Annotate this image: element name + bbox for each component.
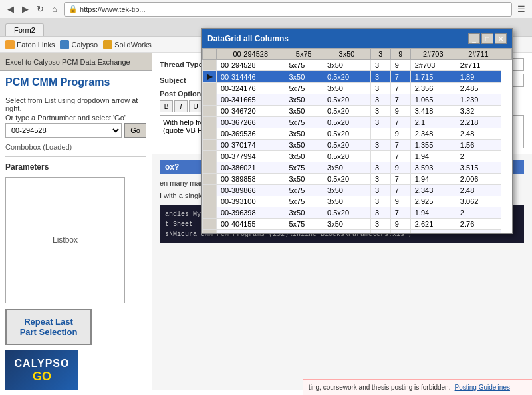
- table-cell: 3x50: [285, 207, 323, 219]
- browser-tab[interactable]: Form2: [5, 23, 44, 36]
- table-cell: 3x50: [285, 71, 323, 83]
- bookmark-solidworks[interactable]: SolidWorks: [103, 40, 151, 49]
- repeat-last-part-button[interactable]: Repeat LastPart Selection: [5, 309, 92, 345]
- calypso-go-text: GO: [33, 370, 51, 384]
- col-header-2703[interactable]: 2#703: [410, 49, 456, 60]
- browser-nav: ◀ ▶ ↻ ⌂ 🔒 https://www.tek-tip... ☰: [0, 0, 532, 19]
- row-arrow-cell: [203, 83, 217, 94]
- col-header-partnumber[interactable]: 00-294528: [217, 49, 285, 60]
- go-button[interactable]: Go: [124, 123, 146, 138]
- bookmark-icon-eaton: [5, 40, 15, 49]
- table-cell: 00-389866: [217, 185, 285, 196]
- table-cell: 2.356: [410, 83, 456, 94]
- col-header-size1[interactable]: 5x75: [285, 49, 323, 60]
- panel-header: Excel to Calypso PCM Data Exchange: [0, 53, 152, 71]
- table-cell: 7: [390, 83, 410, 94]
- table-cell: 5x75: [285, 196, 323, 207]
- table-cell: 3.593: [410, 162, 456, 174]
- back-button[interactable]: ◀: [5, 4, 16, 15]
- table-cell: 3: [370, 230, 390, 233]
- table-row[interactable]: 00-3860215x753x50393.5933.515: [203, 162, 512, 174]
- window-title: DataGrid all Columns: [207, 34, 289, 43]
- address-bar[interactable]: 🔒 https://www.tek-tip...: [64, 2, 512, 17]
- table-row[interactable]: 00-3695363x500.5x2092.3482.48: [203, 128, 512, 140]
- col-header-val3[interactable]: 3: [370, 49, 390, 60]
- table-cell: 00-386021: [217, 162, 285, 174]
- menu-button[interactable]: ☰: [516, 4, 527, 15]
- table-row[interactable]: 00-3672665x750.5x20372.12.218: [203, 117, 512, 128]
- table-row[interactable]: 00-3241765x753x50372.3562.485: [203, 83, 512, 94]
- bookmark-eaton[interactable]: Eaton Links: [5, 40, 55, 49]
- table-cell: 3.418: [410, 106, 456, 117]
- table-cell: 00-346720: [217, 106, 285, 117]
- table-cell: 3x50: [323, 219, 371, 230]
- table-cell: 9: [390, 60, 410, 71]
- col-header-2711[interactable]: 2#711: [456, 49, 501, 60]
- table-row[interactable]: 00-2945285x753x50392#7032#711: [203, 60, 512, 71]
- lock-icon: 🔒: [68, 5, 78, 13]
- table-row[interactable]: 00-3898665x753x50372.3432.48: [203, 185, 512, 196]
- table-cell: 7: [390, 185, 410, 196]
- table-cell: 3: [370, 185, 390, 196]
- forward-button[interactable]: ▶: [20, 4, 31, 15]
- table-cell: 00-404155: [217, 219, 285, 230]
- table-cell: 3x50: [285, 94, 323, 106]
- table-cell: 3.515: [456, 162, 501, 174]
- row-arrow-cell: [203, 219, 217, 230]
- datagrid-table-wrapper[interactable]: 00-294528 5x75 3x50 3 9 2#703 2#711 00-2…: [202, 48, 512, 233]
- datagrid-window: DataGrid all Columns _ □ ✕ 00-294528 5x7…: [201, 28, 513, 234]
- bottom-bar: ting, coursework and thesis posting is f…: [303, 379, 532, 395]
- table-row[interactable]: ▶00-3144463x500.5x20371.7151.89: [203, 71, 512, 83]
- table-cell: 7: [390, 94, 410, 106]
- row-arrow-cell: [203, 106, 217, 117]
- row-arrow-cell: [203, 207, 217, 219]
- table-cell: 9: [390, 106, 410, 117]
- table-cell: 3: [370, 219, 390, 230]
- table-cell: 2.621: [410, 219, 456, 230]
- table-cell: 2.48: [456, 128, 501, 140]
- row-arrow-cell: [203, 94, 217, 106]
- table-row[interactable]: 00-3701743x500.5x20371.3551.56: [203, 140, 512, 151]
- table-cell: 1.239: [456, 94, 501, 106]
- table-cell: 3: [370, 162, 390, 174]
- col-header-val9[interactable]: 9: [390, 49, 410, 60]
- underline-button[interactable]: U: [189, 100, 202, 112]
- part-combobox[interactable]: 00-294528: [5, 123, 122, 138]
- table-cell: 7: [390, 174, 410, 185]
- row-arrow-cell: [203, 117, 217, 128]
- table-cell: 3x50: [323, 185, 371, 196]
- col-header-size2[interactable]: 3x50: [323, 49, 371, 60]
- bottom-text: ting, coursework and thesis posting is f…: [309, 384, 455, 391]
- bookmark-calypso[interactable]: Calypso: [60, 40, 98, 49]
- table-row[interactable]: 00-3898583x500.5x20371.942.006: [203, 174, 512, 185]
- refresh-button[interactable]: ↻: [35, 4, 45, 15]
- table-cell: 00-341665: [217, 94, 285, 106]
- table-row[interactable]: 00-3467203x500.5x20393.4183.32: [203, 106, 512, 117]
- datagrid-table: 00-294528 5x75 3x50 3 9 2#703 2#711 00-2…: [202, 48, 512, 233]
- table-header-row: 00-294528 5x75 3x50 3 9 2#703 2#711: [203, 49, 512, 60]
- table-cell: 1.94: [410, 174, 456, 185]
- table-row[interactable]: 00-4041555x753x50392.6212.76: [203, 219, 512, 230]
- table-cell: 2: [456, 207, 501, 219]
- table-row[interactable]: 00-4228825x753x50392.9253.062: [203, 230, 512, 233]
- table-row[interactable]: 00-3963983x500.5x20371.942: [203, 207, 512, 219]
- minimize-button[interactable]: _: [468, 33, 480, 44]
- select-label1: Select from List using dropdown arrow at…: [5, 96, 146, 112]
- close-button[interactable]: ✕: [495, 33, 507, 44]
- row-arrow-cell: [203, 162, 217, 174]
- posting-guidelines-link[interactable]: Posting Guidelines: [455, 384, 510, 391]
- home-button[interactable]: ⌂: [49, 4, 60, 15]
- table-row[interactable]: 00-3931005x753x50392.9253.062: [203, 196, 512, 207]
- bold-button[interactable]: B: [160, 100, 173, 112]
- table-row[interactable]: 00-3779943x500.5x2071.942: [203, 151, 512, 162]
- table-row[interactable]: 00-3416653x500.5x20371.0651.239: [203, 94, 512, 106]
- table-cell: 3x50: [323, 230, 371, 233]
- italic-button[interactable]: I: [174, 100, 188, 112]
- table-cell: 5x75: [285, 230, 323, 233]
- table-cell: 3x50: [285, 174, 323, 185]
- row-arrow-cell: [203, 174, 217, 185]
- maximize-button[interactable]: □: [481, 33, 493, 44]
- table-cell: 2.925: [410, 230, 456, 233]
- table-cell: 0.5x20: [323, 151, 371, 162]
- table-cell: 2.348: [410, 128, 456, 140]
